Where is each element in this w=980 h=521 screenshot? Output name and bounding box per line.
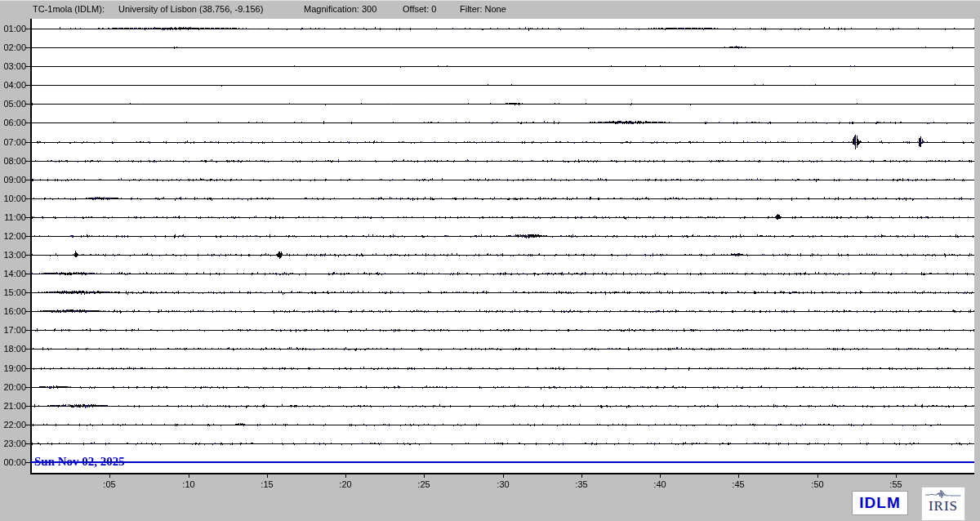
minute-tick-label: :20: [333, 479, 358, 489]
hour-label: 22:00: [0, 420, 26, 430]
hour-label: 21:00: [0, 401, 26, 411]
helicorder-app-window: TC-1mola (IDLM): University of Lisbon (3…: [0, 0, 980, 521]
hour-label: 07:00: [0, 137, 26, 147]
minute-tick-label: :10: [176, 479, 201, 489]
minute-tick-label: :15: [255, 479, 279, 489]
minute-tick-label: :45: [726, 479, 751, 489]
hour-label: 04:00: [0, 80, 26, 90]
hour-label: 08:00: [0, 156, 26, 166]
idlm-logo-text: IDLM: [859, 494, 900, 512]
hour-label: 23:00: [0, 439, 26, 448]
minute-tick-label: :35: [569, 479, 594, 489]
hour-label: 20:00: [0, 382, 26, 392]
minute-tick-label: :50: [805, 479, 830, 489]
hour-label: 16:00: [0, 306, 26, 316]
hour-label: 09:00: [0, 175, 26, 185]
hour-label: 17:00: [0, 325, 26, 335]
filter-label: Filter: None: [460, 4, 506, 14]
hour-label: 13:00: [0, 250, 26, 260]
station-id-label: TC-1mola (IDLM):: [33, 4, 105, 14]
hour-label: 11:00: [0, 212, 26, 222]
hour-label: 06:00: [0, 118, 26, 127]
hour-label: 02:00: [0, 42, 26, 52]
helicorder-canvas[interactable]: [0, 1, 980, 521]
current-date-label: Sun Nov 02, 2025: [34, 455, 125, 469]
offset-label: Offset: 0: [403, 4, 436, 14]
hour-label: 10:00: [0, 194, 26, 203]
station-location-label: University of Lisbon (38.756, -9.156): [118, 4, 263, 14]
minute-tick-label: :30: [491, 479, 515, 489]
hour-label: 00:00: [0, 457, 26, 467]
hour-label: 19:00: [0, 363, 26, 373]
minute-tick-label: :05: [97, 479, 122, 489]
minute-tick-label: :55: [884, 479, 908, 489]
idlm-logo: IDLM: [852, 491, 908, 515]
hour-label: 03:00: [0, 61, 26, 71]
hour-label: 05:00: [0, 99, 26, 109]
minute-tick-label: :25: [412, 479, 436, 489]
hour-label: 18:00: [0, 344, 26, 354]
hour-label: 01:00: [0, 24, 26, 33]
magnification-label: Magnification: 300: [304, 4, 376, 14]
hour-label: 15:00: [0, 287, 26, 297]
iris-logo: IRIS: [921, 487, 965, 521]
iris-logo-text: IRIS: [929, 499, 958, 514]
hour-label: 14:00: [0, 269, 26, 278]
minute-tick-label: :40: [648, 479, 672, 489]
hour-label: 12:00: [0, 231, 26, 241]
